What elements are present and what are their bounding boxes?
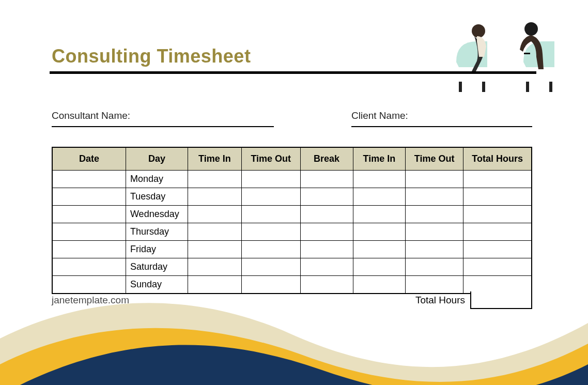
page-title: Consulting Timesheet <box>52 45 251 67</box>
svg-point-5 <box>524 22 538 36</box>
cell-date[interactable] <box>52 275 126 294</box>
svg-rect-3 <box>526 82 529 92</box>
cell-out2[interactable] <box>406 223 463 240</box>
cell-date[interactable] <box>52 240 126 258</box>
timesheet-page: Consulting Timesheet Consultant Name: Cl… <box>0 0 588 385</box>
svg-rect-1 <box>482 82 485 92</box>
cell-out2[interactable] <box>406 258 463 275</box>
cell-out2[interactable] <box>406 205 463 223</box>
cell-total[interactable] <box>463 275 532 294</box>
consultant-name-label: Consultant Name: <box>52 110 130 121</box>
cell-break[interactable] <box>300 170 353 188</box>
th-in1: Time In <box>188 147 242 170</box>
cell-day: Saturday <box>126 258 188 275</box>
svg-rect-4 <box>549 82 552 92</box>
cell-out2[interactable] <box>406 170 463 188</box>
cell-out1[interactable] <box>241 170 300 188</box>
cell-in1[interactable] <box>188 223 242 240</box>
cell-in1[interactable] <box>188 275 242 294</box>
cell-day: Tuesday <box>126 188 188 205</box>
cell-out1[interactable] <box>241 258 300 275</box>
cell-break[interactable] <box>300 205 353 223</box>
cell-total[interactable] <box>463 223 532 240</box>
th-break: Break <box>300 147 353 170</box>
table-row: Monday <box>52 170 532 188</box>
cell-day: Wednesday <box>126 205 188 223</box>
cell-out1[interactable] <box>241 240 300 258</box>
th-out2: Time Out <box>406 147 463 170</box>
timesheet-table: Date Day Time In Time Out Break Time In … <box>52 147 532 294</box>
cell-out1[interactable] <box>241 275 300 294</box>
cell-break[interactable] <box>300 223 353 240</box>
cell-in1[interactable] <box>188 205 242 223</box>
cell-date[interactable] <box>52 205 126 223</box>
cell-in2[interactable] <box>353 205 406 223</box>
total-hours-box[interactable] <box>470 291 532 309</box>
cell-in2[interactable] <box>353 170 406 188</box>
client-name-label: Client Name: <box>351 110 408 121</box>
table-footer: janetemplate.com Total Hours <box>52 295 532 306</box>
cell-out1[interactable] <box>241 188 300 205</box>
cell-in1[interactable] <box>188 258 242 275</box>
cell-in1[interactable] <box>188 170 242 188</box>
site-credit: janetemplate.com <box>52 295 129 305</box>
table-row: Thursday <box>52 223 532 240</box>
cell-in1[interactable] <box>188 188 242 205</box>
cell-break[interactable] <box>300 258 353 275</box>
cell-total[interactable] <box>463 258 532 275</box>
cell-out1[interactable] <box>241 205 300 223</box>
client-name-field[interactable]: Client Name: <box>351 111 532 127</box>
cell-day: Monday <box>126 170 188 188</box>
cell-in2[interactable] <box>353 223 406 240</box>
cell-total[interactable] <box>463 188 532 205</box>
table-row: Saturday <box>52 258 532 275</box>
svg-point-2 <box>472 24 485 38</box>
svg-rect-0 <box>459 82 462 92</box>
th-date: Date <box>52 147 126 170</box>
cell-date[interactable] <box>52 188 126 205</box>
th-total: Total Hours <box>463 147 532 170</box>
table-header-row: Date Day Time In Time Out Break Time In … <box>52 147 532 170</box>
cell-total[interactable] <box>463 170 532 188</box>
table-row: Wednesday <box>52 205 532 223</box>
cell-in2[interactable] <box>353 258 406 275</box>
cell-total[interactable] <box>463 240 532 258</box>
cell-out2[interactable] <box>406 275 463 294</box>
cell-total[interactable] <box>463 205 532 223</box>
cell-date[interactable] <box>52 258 126 275</box>
cell-in2[interactable] <box>353 275 406 294</box>
cell-date[interactable] <box>52 170 126 188</box>
cell-out2[interactable] <box>406 188 463 205</box>
cell-in1[interactable] <box>188 240 242 258</box>
cell-date[interactable] <box>52 223 126 240</box>
consulting-illustration-icon <box>454 5 557 93</box>
cell-in2[interactable] <box>353 240 406 258</box>
table-row: Friday <box>52 240 532 258</box>
cell-break[interactable] <box>300 188 353 205</box>
cell-day: Sunday <box>126 275 188 294</box>
cell-day: Friday <box>126 240 188 258</box>
cell-in2[interactable] <box>353 188 406 205</box>
consultant-name-field[interactable]: Consultant Name: <box>52 111 274 127</box>
table-row: Sunday <box>52 275 532 294</box>
table-row: Tuesday <box>52 188 532 205</box>
svg-rect-6 <box>524 53 530 54</box>
cell-break[interactable] <box>300 240 353 258</box>
cell-out2[interactable] <box>406 240 463 258</box>
th-day: Day <box>126 147 188 170</box>
cell-break[interactable] <box>300 275 353 294</box>
th-in2: Time In <box>353 147 406 170</box>
cell-out1[interactable] <box>241 223 300 240</box>
cell-day: Thursday <box>126 223 188 240</box>
th-out1: Time Out <box>241 147 300 170</box>
total-hours-label: Total Hours <box>415 295 465 306</box>
